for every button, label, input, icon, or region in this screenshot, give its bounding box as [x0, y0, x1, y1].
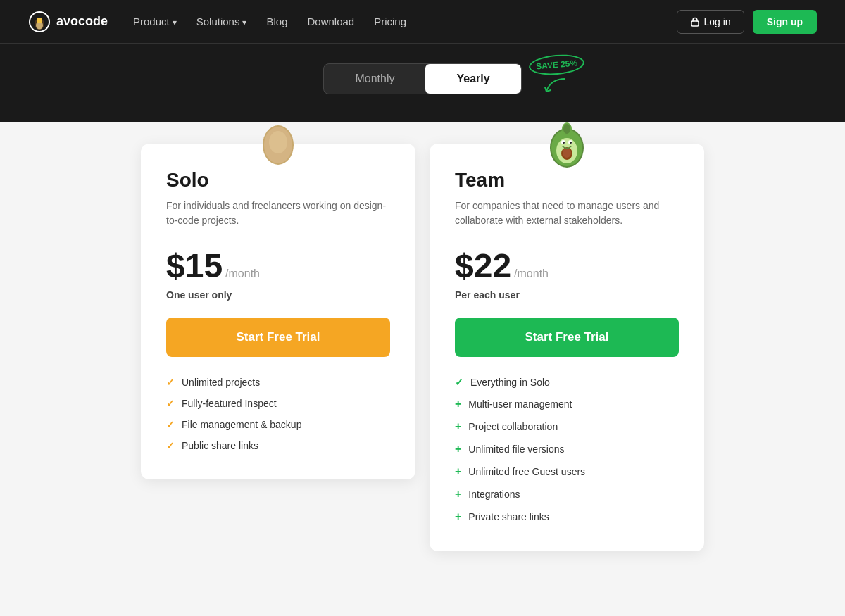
solo-period: /month	[225, 268, 260, 280]
team-feature-list: ✓ Everything in Solo + Multi-user manage…	[455, 377, 679, 523]
svg-rect-4	[691, 21, 699, 26]
cards-container: Solo For individuals and freelancers wor…	[84, 122, 760, 551]
solo-price: $15	[166, 246, 223, 285]
team-period: /month	[514, 268, 549, 280]
nav-left: avocode Product Solutions Blog Download …	[28, 11, 406, 33]
yearly-toggle[interactable]: Yearly	[425, 64, 520, 94]
nav-blog[interactable]: Blog	[266, 15, 287, 27]
nav-pricing[interactable]: Pricing	[374, 15, 406, 27]
svg-point-3	[37, 18, 42, 23]
solo-user-note: One user only	[166, 289, 390, 301]
svg-point-12	[563, 148, 571, 158]
team-cta-button[interactable]: Start Free Trial	[455, 318, 679, 357]
monthly-toggle[interactable]: Monthly	[324, 64, 425, 94]
list-item: ✓ Everything in Solo	[455, 377, 679, 388]
svg-point-18	[563, 124, 570, 134]
check-icon: ✓	[166, 377, 175, 388]
nav-solutions[interactable]: Solutions	[196, 15, 247, 27]
list-item: + Project collaboration	[455, 420, 679, 433]
plus-icon: +	[455, 465, 461, 478]
list-item: ✓ File management & backup	[166, 419, 390, 430]
login-button[interactable]: Log in	[677, 10, 744, 34]
solo-icon	[258, 121, 298, 172]
logo[interactable]: avocode	[28, 11, 108, 33]
list-item: + Unlimited free Guest users	[455, 465, 679, 478]
list-item: ✓ Fully-featured Inspect	[166, 398, 390, 409]
signup-button[interactable]: Sign up	[753, 10, 817, 34]
logo-text: avocode	[56, 14, 108, 29]
nav-product[interactable]: Product	[133, 15, 177, 27]
list-item: + Multi-user management	[455, 398, 679, 410]
save-arrow-icon	[544, 76, 569, 96]
list-item: ✓ Public share links	[166, 440, 390, 451]
plus-icon: +	[455, 420, 461, 433]
logo-icon	[28, 11, 51, 33]
team-icon	[546, 121, 588, 175]
product-chevron-icon	[173, 15, 177, 27]
svg-point-16	[570, 142, 572, 144]
team-plan-desc: For companies that need to manage users …	[455, 199, 679, 230]
nav-links: Product Solutions Blog Download Pricing	[133, 15, 406, 27]
billing-toggle-section: Monthly Yearly SAVE 25%	[0, 44, 845, 122]
list-item: + Private share links	[455, 510, 679, 523]
team-user-note: Per each user	[455, 289, 679, 301]
svg-point-7	[269, 131, 287, 153]
team-card: Team For companies that need to manage u…	[430, 144, 704, 551]
plus-icon: +	[455, 398, 461, 410]
solo-plan-name: Solo	[166, 169, 390, 191]
plus-icon: +	[455, 443, 461, 455]
check-icon: ✓	[166, 419, 175, 430]
solo-feature-list: ✓ Unlimited projects ✓ Fully-featured In…	[166, 377, 390, 451]
list-item: + Integrations	[455, 488, 679, 501]
list-item: + Unlimited file versions	[455, 443, 679, 455]
solutions-chevron-icon	[242, 15, 246, 27]
check-icon: ✓	[166, 440, 175, 451]
navbar: avocode Product Solutions Blog Download …	[0, 0, 845, 44]
pricing-section: Solo For individuals and freelancers wor…	[0, 122, 845, 593]
lock-icon	[690, 17, 700, 27]
check-icon: ✓	[166, 398, 175, 409]
solo-cta-button[interactable]: Start Free Trial	[166, 318, 390, 357]
nav-download[interactable]: Download	[307, 15, 354, 27]
svg-point-15	[563, 142, 565, 144]
billing-toggle: Monthly Yearly	[323, 63, 521, 94]
list-item: ✓ Unlimited projects	[166, 377, 390, 388]
solo-price-row: $15 /month	[166, 246, 390, 285]
check-icon: ✓	[455, 377, 463, 388]
save-badge: SAVE 25%	[528, 53, 585, 77]
team-price-row: $22 /month	[455, 246, 679, 285]
solo-plan-desc: For individuals and freelancers working …	[166, 199, 390, 230]
team-price: $22	[455, 246, 511, 285]
plus-icon: +	[455, 488, 461, 501]
nav-right: Log in Sign up	[677, 10, 817, 34]
main-content: Monthly Yearly SAVE 25%	[0, 44, 845, 616]
plus-icon: +	[455, 510, 461, 523]
solo-card: Solo For individuals and freelancers wor…	[141, 144, 415, 479]
compare-section: Compare plans and features →	[0, 593, 845, 616]
